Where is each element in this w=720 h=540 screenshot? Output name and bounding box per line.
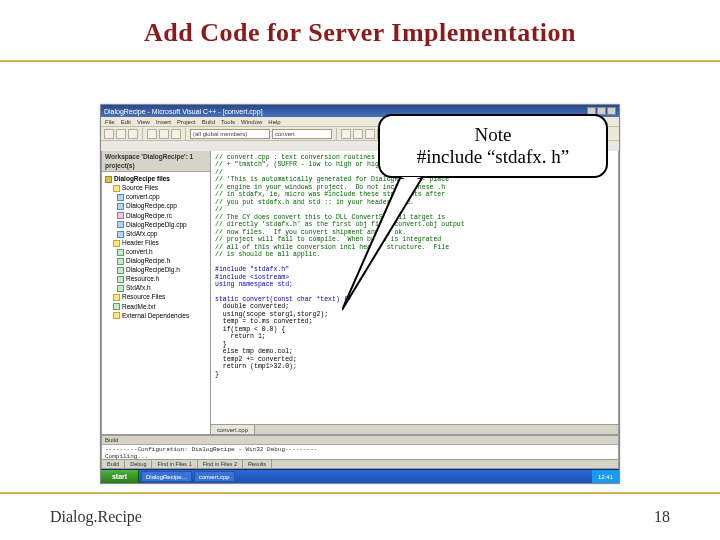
workspace-tree[interactable]: Workspace 'DialogRecipe': 1 project(s) D…	[101, 151, 211, 435]
tool-button[interactable]	[159, 129, 169, 139]
tree-file[interactable]: DialogRecipeDlg.h	[105, 265, 207, 274]
output-tab[interactable]: Build	[102, 460, 125, 468]
separator	[142, 128, 143, 140]
callout-bubble: Note #include “stdafx. h”	[378, 114, 608, 178]
callout-line1: Note	[475, 124, 512, 146]
slide-title: Add Code for Server Implementation	[0, 0, 720, 48]
output-pane: Build ---------Configuration: DialogReci…	[101, 435, 619, 469]
tree-file[interactable]: DialogRecipe.cpp	[105, 201, 207, 210]
menu-item[interactable]: Build	[202, 119, 215, 125]
divider-bottom	[0, 492, 720, 494]
output-tab[interactable]: Find in Files 1	[152, 460, 197, 468]
cpp-icon	[117, 194, 124, 201]
cpp-icon	[117, 231, 124, 238]
output-tab[interactable]: Find in Files 2	[198, 460, 243, 468]
tree-folder[interactable]: Header Files	[105, 238, 207, 247]
tree-file[interactable]: convert.cpp	[105, 192, 207, 201]
tree-file[interactable]: ReadMe.txt	[105, 302, 207, 311]
tree-file[interactable]: convert.h	[105, 247, 207, 256]
menu-item[interactable]: Window	[241, 119, 262, 125]
txt-icon	[113, 303, 120, 310]
menu-item[interactable]: View	[137, 119, 150, 125]
taskbar-item[interactable]: convert.cpp	[194, 471, 235, 482]
symbol-combo[interactable]: convert	[272, 129, 332, 139]
menu-item[interactable]: Insert	[156, 119, 171, 125]
menu-item[interactable]: Help	[268, 119, 280, 125]
output-tabs: Build Debug Find in Files 1 Find in File…	[102, 459, 618, 468]
tool-button[interactable]	[147, 129, 157, 139]
folder-icon	[113, 294, 120, 301]
output-tab[interactable]: Debug	[125, 460, 152, 468]
window-title: DialogRecipe - Microsoft Visual C++ - [c…	[104, 108, 263, 115]
footer-left: Dialog.Recipe	[50, 508, 142, 526]
context-combo[interactable]: (all global members)	[190, 129, 270, 139]
tree-folder[interactable]: Source Files	[105, 183, 207, 192]
taskbar: start DialogRecipe... convert.cpp 12:41	[101, 469, 619, 483]
menu-item[interactable]: Project	[177, 119, 196, 125]
system-tray[interactable]: 12:41	[592, 470, 619, 483]
h-icon	[117, 267, 124, 274]
tree-project[interactable]: DialogRecipe files	[105, 174, 207, 183]
h-icon	[117, 249, 124, 256]
tree-file[interactable]: DialogRecipe.h	[105, 256, 207, 265]
tool-button[interactable]	[341, 129, 351, 139]
project-icon	[105, 176, 112, 183]
folder-icon	[113, 312, 120, 319]
editor-tabstrip: convert.cpp	[211, 424, 618, 434]
tree-file[interactable]: DialogRecipeDlg.cpp	[105, 220, 207, 229]
tool-button[interactable]	[365, 129, 375, 139]
tool-button[interactable]	[353, 129, 363, 139]
separator	[336, 128, 337, 140]
h-icon	[117, 276, 124, 283]
divider-top	[0, 60, 720, 62]
output-header: Build	[102, 436, 618, 445]
h-icon	[117, 285, 124, 292]
separator	[185, 128, 186, 140]
start-button[interactable]: start	[101, 470, 139, 483]
menu-item[interactable]: File	[105, 119, 115, 125]
output-tab[interactable]: Results	[243, 460, 272, 468]
tree-header: Workspace 'DialogRecipe': 1 project(s)	[102, 151, 210, 172]
svg-marker-0	[342, 178, 422, 310]
tool-button[interactable]	[171, 129, 181, 139]
callout-line2: #include “stdafx. h”	[417, 146, 569, 168]
h-icon	[117, 258, 124, 265]
tree-file[interactable]: StdAfx.cpp	[105, 229, 207, 238]
menu-item[interactable]: Edit	[121, 119, 131, 125]
rc-icon	[117, 212, 124, 219]
cpp-icon	[117, 203, 124, 210]
tree-file[interactable]: Resource.h	[105, 274, 207, 283]
menu-item[interactable]: Tools	[221, 119, 235, 125]
tool-button[interactable]	[128, 129, 138, 139]
tree-file[interactable]: DialogRecipe.rc	[105, 211, 207, 220]
page-number: 18	[654, 508, 670, 526]
code-preproc: #include "stdafx.h" #include <iostream> …	[215, 266, 293, 288]
folder-icon	[113, 240, 120, 247]
cpp-icon	[117, 221, 124, 228]
editor-tab[interactable]: convert.cpp	[211, 425, 255, 434]
folder-icon	[113, 185, 120, 192]
code-body: double converted; using(scope storg1,sto…	[215, 303, 328, 377]
close-icon[interactable]	[607, 107, 616, 115]
tree-file[interactable]: StdAfx.h	[105, 283, 207, 292]
code-fn-decl: static convert(const char *text) {	[215, 296, 348, 303]
tool-button[interactable]	[104, 129, 114, 139]
tree-folder[interactable]: Resource Files	[105, 292, 207, 301]
tree-folder[interactable]: External Dependencies	[105, 311, 207, 320]
tool-button[interactable]	[116, 129, 126, 139]
taskbar-item[interactable]: DialogRecipe...	[141, 471, 192, 482]
